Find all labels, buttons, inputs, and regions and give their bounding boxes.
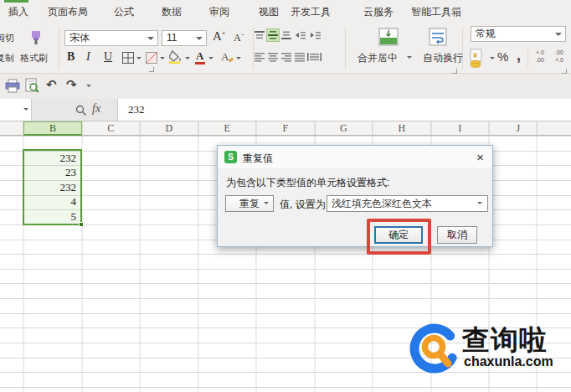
red-highlight-annotation <box>367 219 431 255</box>
redo-icon[interactable]: ↷ <box>66 77 77 92</box>
watermark: 查询啦 chaxunla.com <box>409 322 568 380</box>
print-icon[interactable] <box>5 79 20 93</box>
align-bottom-icon[interactable] <box>280 29 292 41</box>
rule-type-dropdown[interactable]: 重复 <box>225 195 274 212</box>
chevron-down-icon[interactable] <box>236 57 241 59</box>
svg-text:¥: ¥ <box>473 51 477 59</box>
menu-bar: 插入 页面布局 公式 数据 审阅 视图 开发工具 云服务 智能工具箱 <box>0 0 571 23</box>
number-format-value: 常规 <box>476 28 496 39</box>
chaxunla-logo-icon <box>409 322 464 377</box>
align-justify-icon[interactable] <box>294 51 306 63</box>
wrap-text-icon[interactable] <box>429 28 447 46</box>
menu-view[interactable]: 视图 <box>259 0 279 23</box>
dialog-title-bar[interactable]: S 重复值 × <box>218 146 492 168</box>
find-icon[interactable] <box>75 105 87 116</box>
menu-insert[interactable]: 插入 <box>8 0 28 23</box>
merge-center-button[interactable]: 合并居中 <box>358 51 398 65</box>
fill-handle[interactable] <box>79 222 84 227</box>
chevron-down-icon <box>555 33 562 36</box>
menu-cloud[interactable]: 云服务 <box>363 0 394 23</box>
cut-button[interactable]: 剪切 <box>0 32 14 44</box>
chevron-down-icon[interactable] <box>160 57 165 59</box>
cancel-button[interactable]: 取消 <box>437 226 477 244</box>
cell-b2[interactable]: 232 <box>24 151 80 165</box>
ribbon-divider <box>59 28 59 70</box>
increase-decimal-button[interactable]: +.0 .00 <box>531 49 549 65</box>
font-color-icon[interactable]: A <box>196 49 203 63</box>
menu-developer[interactable]: 开发工具 <box>291 0 331 23</box>
cell-shading-icon[interactable] <box>146 52 157 64</box>
undo-icon[interactable]: ↶ <box>46 77 57 92</box>
clear-format-icon[interactable]: A <box>221 50 229 64</box>
chevron-down-icon <box>477 202 482 204</box>
decrease-indent-icon[interactable] <box>295 29 306 41</box>
close-icon[interactable]: × <box>476 150 484 164</box>
format-painter-icon[interactable] <box>28 29 44 46</box>
wrap-text-button[interactable]: 自动换行 <box>423 51 463 65</box>
align-center-icon[interactable] <box>267 51 279 63</box>
increase-indent-icon[interactable] <box>310 29 322 41</box>
grow-font-button[interactable]: A+ <box>213 29 225 44</box>
chevron-down-icon[interactable] <box>185 57 190 59</box>
column-header-c[interactable]: C <box>82 121 141 136</box>
shrink-font-button[interactable]: A− <box>234 31 244 44</box>
column-header-f[interactable]: F <box>256 121 315 136</box>
font-group-launcher[interactable] <box>149 67 154 72</box>
inc-decimal-bottom: .00 <box>536 57 544 63</box>
menu-formulas[interactable]: 公式 <box>114 0 134 23</box>
wps-sheet-icon: S <box>224 151 237 163</box>
menu-smart-toolbox[interactable]: 智能工具箱 <box>411 0 461 23</box>
column-header-e[interactable]: E <box>198 121 257 136</box>
column-header-g[interactable]: G <box>315 121 373 136</box>
column-header-i[interactable]: I <box>431 121 490 136</box>
cell-b4[interactable]: 232 <box>24 180 80 194</box>
format-painter-button[interactable]: 格式刷 <box>20 52 48 64</box>
number-format-select[interactable]: 常规 <box>471 26 566 42</box>
chevron-down-icon[interactable] <box>407 56 412 59</box>
formula-bar: fx 232 <box>0 99 571 121</box>
menu-page-layout[interactable]: 页面布局 <box>48 0 88 23</box>
chevron-down-icon[interactable] <box>208 57 213 59</box>
merge-center-icon[interactable] <box>378 27 399 47</box>
dialog-title: 重复值 <box>243 152 273 166</box>
font-family-select[interactable]: 宋体 <box>64 30 158 46</box>
print-preview-icon[interactable] <box>25 78 39 94</box>
copy-button[interactable]: 复制 <box>0 52 14 64</box>
quick-access-bar: ↶ ↷ W 工作簿2 * × + <box>0 74 571 99</box>
quickbar-dropdown-icon[interactable] <box>86 85 91 87</box>
name-box[interactable] <box>0 99 32 121</box>
borders-icon[interactable] <box>122 52 134 64</box>
bold-button[interactable]: B <box>67 50 75 64</box>
fill-color-icon[interactable] <box>169 50 183 64</box>
chevron-down-icon <box>23 108 28 111</box>
ribbon-toolbar: 剪切 复制 格式刷 宋体 11 A+ A− B I U <box>0 23 571 74</box>
align-middle-icon[interactable] <box>267 29 279 41</box>
formula-input[interactable]: 232 <box>117 99 571 121</box>
font-size-select[interactable]: 11 <box>162 30 207 46</box>
cell-b6[interactable]: 5 <box>24 209 80 224</box>
menu-data[interactable]: 数据 <box>162 0 182 23</box>
comma-style-button[interactable]: , <box>517 47 521 64</box>
underline-button[interactable]: U <box>104 50 112 64</box>
column-header-b-selected[interactable]: B <box>23 121 82 136</box>
format-style-dropdown[interactable]: 浅红填充色深红色文本 <box>327 195 488 212</box>
align-distributed-icon[interactable] <box>307 51 322 63</box>
selected-range[interactable]: 232 23 232 4 5 <box>23 149 82 225</box>
align-left-icon[interactable] <box>254 51 265 63</box>
menu-review[interactable]: 审阅 <box>209 0 229 23</box>
decrease-decimal-button[interactable]: .00 +.0 <box>550 49 568 65</box>
cell-b5[interactable]: 4 <box>24 194 80 209</box>
percent-style-button[interactable]: % <box>497 49 508 64</box>
column-header-h[interactable]: H <box>373 121 431 136</box>
chevron-down-icon[interactable] <box>136 57 141 59</box>
align-right-icon[interactable] <box>280 51 292 63</box>
chevron-down-icon <box>264 202 269 204</box>
currency-icon[interactable]: ¥ <box>469 49 487 69</box>
italic-button[interactable]: I <box>86 50 90 64</box>
cell-b3[interactable]: 23 <box>24 165 80 179</box>
column-header-d[interactable]: D <box>140 121 198 136</box>
column-header-j[interactable]: J <box>489 121 548 136</box>
align-top-icon[interactable] <box>254 29 265 41</box>
chevron-down-icon[interactable] <box>490 57 495 59</box>
fx-button[interactable]: fx <box>92 102 100 116</box>
